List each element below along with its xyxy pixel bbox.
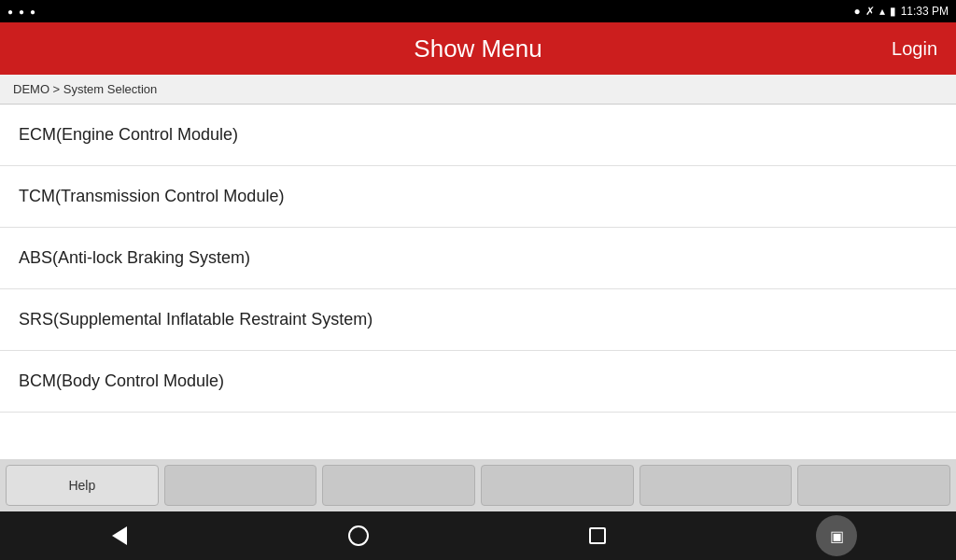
screenshot-icon: ▣: [830, 527, 844, 545]
home-button[interactable]: [338, 515, 379, 556]
login-button[interactable]: Login: [892, 38, 937, 60]
toolbar-btn-5[interactable]: [640, 465, 793, 506]
toolbar-btn-2[interactable]: [164, 465, 317, 506]
toolbar-btn-6[interactable]: [797, 465, 950, 506]
breadcrumb-text: DEMO > System Selection: [13, 82, 157, 96]
time-display: 11:33 PM: [901, 5, 949, 18]
header: Show Menu Login: [0, 22, 956, 75]
breadcrumb: DEMO > System Selection: [0, 75, 956, 105]
help-button[interactable]: Help: [6, 465, 159, 506]
toolbar-btn-4[interactable]: [481, 465, 634, 506]
app-icon-2: ●: [19, 7, 24, 17]
battery-icon: ▮: [890, 5, 896, 18]
menu-item-bcm[interactable]: BCM(Body Control Module): [0, 351, 956, 413]
header-title: Show Menu: [414, 35, 541, 63]
wifi-icon: ▴: [879, 5, 885, 18]
bluetooth-icon: ✗: [865, 5, 875, 18]
app-icon-3: ●: [30, 7, 35, 17]
back-button[interactable]: [99, 515, 140, 556]
toolbar-btn-3[interactable]: [322, 465, 475, 506]
home-icon: [348, 525, 369, 546]
main-content: ECM(Engine Control Module) TCM(Transmiss…: [0, 105, 956, 459]
back-icon: [112, 526, 127, 545]
recents-icon: [589, 527, 606, 544]
nav-bar: ▣: [0, 511, 956, 560]
app-icon-1: ●: [7, 7, 13, 17]
recents-button[interactable]: [577, 515, 618, 556]
menu-item-srs[interactable]: SRS(Supplemental Inflatable Restraint Sy…: [0, 289, 956, 351]
location-icon: ●: [853, 5, 860, 18]
bottom-toolbar: Help: [0, 459, 956, 511]
status-bar: ● ● ● ● ✗ ▴ ▮ 11:33 PM: [0, 0, 956, 22]
menu-item-abs[interactable]: ABS(Anti-lock Braking System): [0, 228, 956, 289]
screenshot-button[interactable]: ▣: [816, 515, 857, 556]
status-right-icons: ● ✗ ▴ ▮ 11:33 PM: [853, 5, 949, 18]
menu-item-tcm[interactable]: TCM(Transmission Control Module): [0, 166, 956, 228]
status-left-icons: ● ● ●: [7, 7, 35, 17]
menu-item-ecm[interactable]: ECM(Engine Control Module): [0, 105, 956, 166]
